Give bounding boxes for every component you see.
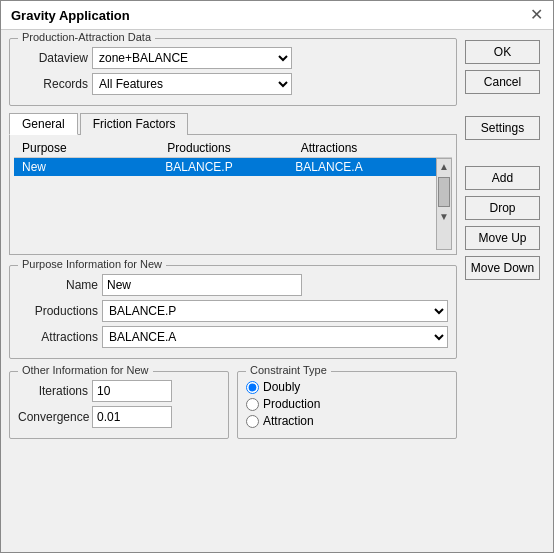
- col-productions-header: Productions: [134, 141, 264, 155]
- add-button[interactable]: Add: [465, 166, 540, 190]
- records-select[interactable]: All Features Selected Features: [92, 73, 292, 95]
- col-attractions-header: Attractions: [264, 141, 394, 155]
- col-purpose-header: Purpose: [14, 141, 134, 155]
- records-label: Records: [18, 77, 88, 91]
- productions-label: Productions: [18, 304, 98, 318]
- bottom-groups: Other Information for New Iterations Con…: [9, 371, 457, 439]
- cancel-button[interactable]: Cancel: [465, 70, 540, 94]
- gravity-application-window: Gravity Application ✕ Production-Attract…: [0, 0, 554, 553]
- radio-production[interactable]: [246, 398, 259, 411]
- row-purpose: New: [14, 160, 134, 174]
- production-attraction-group: Production-Attraction Data Dataview zone…: [9, 38, 457, 106]
- production-attraction-title: Production-Attraction Data: [18, 31, 155, 43]
- radio-doubly-label: Doubly: [263, 380, 300, 394]
- tab-bar: General Friction Factors: [9, 112, 457, 135]
- radio-attraction[interactable]: [246, 415, 259, 428]
- other-info-group: Other Information for New Iterations Con…: [9, 371, 229, 439]
- table-scroll-area: New BALANCE.P BALANCE.A: [14, 158, 436, 250]
- row-attractions: BALANCE.A: [264, 160, 394, 174]
- table-area: Purpose Productions Attractions New BALA…: [14, 139, 452, 250]
- left-panel: Production-Attraction Data Dataview zone…: [9, 38, 457, 544]
- table-scrollbar[interactable]: ▲ ▼: [436, 158, 452, 250]
- window-title: Gravity Application: [11, 8, 130, 23]
- dataview-row: Dataview zone+BALANCE zone BALANCE: [18, 47, 448, 69]
- scroll-up-arrow[interactable]: ▲: [437, 159, 451, 175]
- move-up-button[interactable]: Move Up: [465, 226, 540, 250]
- attractions-row: Attractions BALANCE.A: [18, 326, 448, 348]
- table-scroll-container: New BALANCE.P BALANCE.A ▲ ▼: [14, 158, 452, 250]
- constraint-group: Constraint Type Doubly Production Att: [237, 371, 457, 439]
- name-row: Name: [18, 274, 448, 296]
- ok-button[interactable]: OK: [465, 40, 540, 64]
- tab-friction[interactable]: Friction Factors: [80, 113, 189, 135]
- main-content: Production-Attraction Data Dataview zone…: [1, 30, 553, 552]
- tab-content: Purpose Productions Attractions New BALA…: [9, 135, 457, 255]
- iterations-row: Iterations: [18, 380, 220, 402]
- radio-production-label: Production: [263, 397, 320, 411]
- iterations-input[interactable]: [92, 380, 172, 402]
- radio-attraction-label: Attraction: [263, 414, 314, 428]
- radio-attraction-row: Attraction: [246, 414, 448, 428]
- settings-button[interactable]: Settings: [465, 116, 540, 140]
- convergence-label: Convergence: [18, 410, 88, 424]
- productions-row: Productions BALANCE.P: [18, 300, 448, 322]
- close-button[interactable]: ✕: [530, 7, 543, 23]
- move-down-button[interactable]: Move Down: [465, 256, 540, 280]
- row-productions: BALANCE.P: [134, 160, 264, 174]
- tab-general[interactable]: General: [9, 113, 78, 135]
- table-row[interactable]: New BALANCE.P BALANCE.A: [14, 158, 436, 176]
- scroll-thumb[interactable]: [438, 177, 450, 207]
- radio-doubly[interactable]: [246, 381, 259, 394]
- constraint-title: Constraint Type: [246, 364, 331, 376]
- iterations-label: Iterations: [18, 384, 88, 398]
- title-bar: Gravity Application ✕: [1, 1, 553, 30]
- productions-select[interactable]: BALANCE.P: [102, 300, 448, 322]
- convergence-input[interactable]: [92, 406, 172, 428]
- attractions-label: Attractions: [18, 330, 98, 344]
- purpose-info-title: Purpose Information for New: [18, 258, 166, 270]
- dataview-select[interactable]: zone+BALANCE zone BALANCE: [92, 47, 292, 69]
- radio-group: Doubly Production Attraction: [246, 380, 448, 428]
- convergence-row: Convergence: [18, 406, 220, 428]
- purpose-info-group: Purpose Information for New Name Product…: [9, 265, 457, 359]
- records-row: Records All Features Selected Features: [18, 73, 448, 95]
- radio-production-row: Production: [246, 397, 448, 411]
- drop-button[interactable]: Drop: [465, 196, 540, 220]
- right-panel: OK Cancel Settings Add Drop Move Up Move…: [465, 38, 545, 544]
- radio-doubly-row: Doubly: [246, 380, 448, 394]
- dataview-label: Dataview: [18, 51, 88, 65]
- other-info-title: Other Information for New: [18, 364, 153, 376]
- name-input[interactable]: [102, 274, 302, 296]
- name-label: Name: [18, 278, 98, 292]
- attractions-select[interactable]: BALANCE.A: [102, 326, 448, 348]
- tabs-section: General Friction Factors Purpose Product…: [9, 112, 457, 255]
- scroll-down-arrow[interactable]: ▼: [437, 209, 451, 225]
- table-header: Purpose Productions Attractions: [14, 139, 452, 158]
